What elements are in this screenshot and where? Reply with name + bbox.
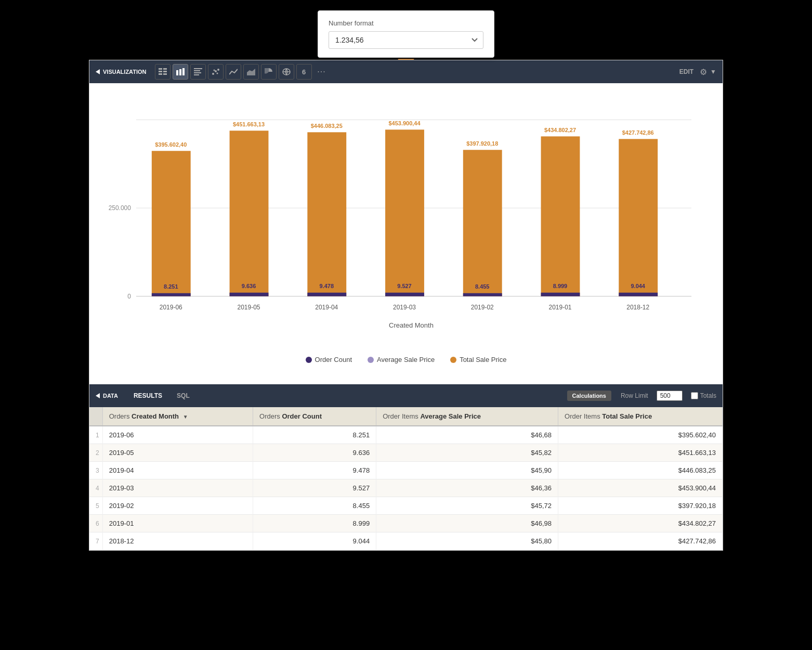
pie-icon-btn[interactable] <box>261 64 277 80</box>
settings-icon[interactable]: ⚙ <box>700 67 707 77</box>
data-table: Orders Created Month ▼ Orders Order Coun… <box>89 407 723 550</box>
svg-text:2019-03: 2019-03 <box>393 304 416 311</box>
cell-count-3: 9.527 <box>253 479 376 497</box>
list-icon-btn[interactable] <box>190 64 206 80</box>
viz-toggle[interactable]: VISUALIZATION <box>96 69 147 75</box>
legend-item-total-price: Total Sale Price <box>450 356 506 363</box>
cell-month-3: 2019-03 <box>102 479 253 497</box>
table-row: 2 2019-05 9.636 $45,82 $451.663,13 <box>89 444 723 462</box>
more-icon-btn[interactable]: ··· <box>314 64 330 80</box>
cell-count-1: 9.636 <box>253 444 376 462</box>
cell-avg-4: $45,72 <box>376 497 558 515</box>
svg-rect-9 <box>194 68 202 69</box>
cell-count-6: 9.044 <box>253 532 376 550</box>
sql-tab[interactable]: SQL <box>172 390 195 401</box>
bar-count-3 <box>385 293 424 296</box>
svg-text:9.636: 9.636 <box>242 283 256 289</box>
cell-avg-6: $45,80 <box>376 532 558 550</box>
table-row: 5 2019-02 8.455 $45,72 $397.920,18 <box>89 497 723 515</box>
number-format-select[interactable]: 1.234,56 1,234.56 1 234,56 <box>329 31 483 49</box>
table-header-row: Orders Created Month ▼ Orders Order Coun… <box>89 407 723 426</box>
chart-svg-container: 0 250.000 $395.602,40 8.251 2019-06 <box>105 99 707 350</box>
svg-text:$451.663,13: $451.663,13 <box>233 121 265 127</box>
row-num-0: 1 <box>89 426 102 444</box>
legend-item-avg-price: Average Sale Price <box>368 356 435 363</box>
svg-rect-8 <box>182 68 185 75</box>
legend-label-avg-price: Average Sale Price <box>377 356 435 363</box>
cell-avg-0: $46,68 <box>376 426 558 444</box>
table-row: 1 2019-06 8.251 $46,68 $395.602,40 <box>89 426 723 444</box>
collapse-icon <box>96 69 100 74</box>
svg-point-14 <box>215 70 217 72</box>
totals-checkbox[interactable] <box>691 392 698 399</box>
cell-count-2: 9.478 <box>253 462 376 479</box>
cell-total-5: $434.802,27 <box>558 515 723 532</box>
bar-chart-icon-btn[interactable] <box>173 64 188 80</box>
row-limit-input[interactable] <box>657 391 683 401</box>
table-row: 7 2018-12 9.044 $45,80 $427.742,86 <box>89 532 723 550</box>
scatter-icon-btn[interactable] <box>208 64 224 80</box>
th-avg-price[interactable]: Order Items Average Sale Price <box>376 407 558 426</box>
number-icon-btn[interactable]: 6 <box>296 64 312 80</box>
table-row: 6 2019-01 8.999 $46,98 $434.802,27 <box>89 515 723 532</box>
svg-marker-18 <box>247 69 255 75</box>
svg-point-17 <box>216 73 218 74</box>
svg-text:8.251: 8.251 <box>164 283 178 290</box>
results-tab[interactable]: RESULTS <box>128 390 167 401</box>
cell-month-6: 2018-12 <box>102 532 253 550</box>
svg-text:9.527: 9.527 <box>397 283 411 289</box>
svg-text:0: 0 <box>127 293 131 300</box>
svg-rect-11 <box>194 72 201 73</box>
row-num-6: 7 <box>89 532 102 550</box>
cell-avg-3: $46,36 <box>376 479 558 497</box>
bar-count-1 <box>230 293 269 296</box>
map-icon-btn[interactable] <box>279 64 294 80</box>
data-toggle[interactable]: DATA <box>96 393 118 399</box>
svg-text:$395.602,40: $395.602,40 <box>155 141 187 148</box>
legend-label-order-count: Order Count <box>315 356 352 363</box>
cell-month-2: 2019-04 <box>102 462 253 479</box>
line-icon-btn[interactable] <box>226 64 241 80</box>
svg-point-16 <box>213 70 215 71</box>
cell-total-0: $395.602,40 <box>558 426 723 444</box>
legend-label-total-price: Total Sale Price <box>460 356 506 363</box>
chevron-down-icon[interactable]: ▼ <box>710 68 716 75</box>
bar-total-4 <box>463 150 502 296</box>
svg-rect-2 <box>159 71 162 72</box>
th-total-price[interactable]: Order Items Total Sale Price <box>558 407 723 426</box>
legend-item-order-count: Order Count <box>306 356 352 363</box>
svg-text:2019-04: 2019-04 <box>315 304 338 311</box>
table-row: 3 2019-04 9.478 $45,90 $446.083,25 <box>89 462 723 479</box>
data-header-label: DATA <box>103 393 118 399</box>
svg-rect-4 <box>159 73 162 75</box>
svg-text:9.478: 9.478 <box>320 283 334 289</box>
cell-count-5: 8.999 <box>253 515 376 532</box>
cell-total-4: $397.920,18 <box>558 497 723 515</box>
calculations-button[interactable]: Calculations <box>567 391 611 401</box>
edit-button[interactable]: EDIT <box>679 68 693 75</box>
svg-point-13 <box>212 73 214 75</box>
data-collapse-icon <box>96 393 100 398</box>
main-container: VISUALIZATION <box>89 60 723 551</box>
area-icon-btn[interactable] <box>243 64 259 80</box>
totals-label[interactable]: Totals <box>691 392 716 399</box>
svg-text:Created Month: Created Month <box>389 321 434 329</box>
svg-rect-6 <box>176 70 178 75</box>
cell-month-0: 2019-06 <box>102 426 253 444</box>
cell-total-6: $427.742,86 <box>558 532 723 550</box>
svg-text:2019-01: 2019-01 <box>549 304 572 311</box>
svg-point-15 <box>217 69 219 71</box>
svg-text:2019-02: 2019-02 <box>471 304 494 311</box>
th-order-count[interactable]: Orders Order Count <box>253 407 376 426</box>
cell-total-3: $453.900,44 <box>558 479 723 497</box>
bar-total-2 <box>307 132 346 296</box>
row-num-5: 6 <box>89 515 102 532</box>
cell-count-0: 8.251 <box>253 426 376 444</box>
legend-dot-total-price <box>450 357 456 363</box>
th-created-month[interactable]: Orders Created Month ▼ <box>102 407 253 426</box>
bar-count-6 <box>619 293 658 296</box>
number-format-label: Number format <box>329 19 483 27</box>
chart-area: 0 250.000 $395.602,40 8.251 2019-06 <box>89 83 723 384</box>
table-icon-btn[interactable] <box>155 64 171 80</box>
visualization-header: VISUALIZATION <box>89 60 723 83</box>
